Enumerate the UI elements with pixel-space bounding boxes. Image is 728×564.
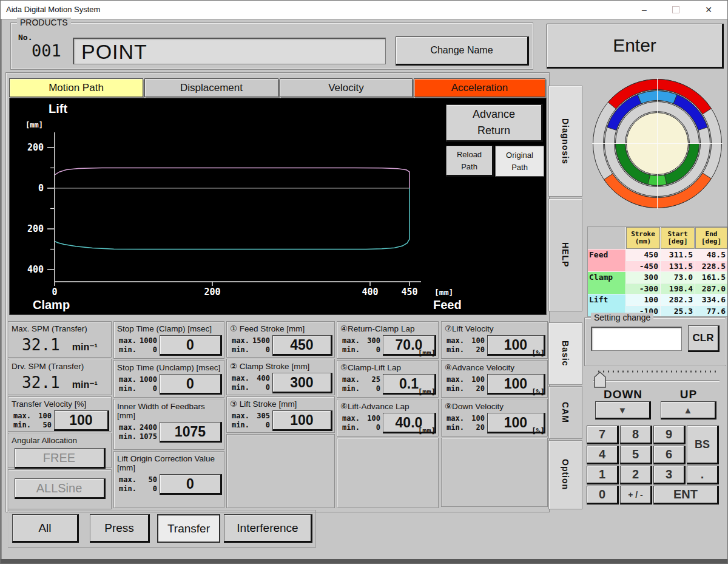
key-7[interactable]: 7: [587, 426, 619, 444]
table-header: End [deg]: [695, 227, 727, 249]
key-plus-minus[interactable]: + / -: [620, 486, 652, 505]
param-value: 32.1: [22, 373, 60, 392]
scope-tab-press[interactable]: Press: [90, 514, 150, 543]
original-path-button[interactable]: Original Path: [495, 146, 544, 177]
table-cell: 131.5: [661, 261, 695, 272]
table-cell: 100: [626, 294, 660, 305]
table-cell: 48.5: [695, 250, 727, 260]
key-bs[interactable]: BS: [687, 426, 719, 464]
param-title: Max. SPM (Transfer): [8, 322, 111, 333]
table-header: Start [deg]: [661, 227, 695, 249]
key-0[interactable]: 0: [587, 486, 619, 505]
window-left-edge: [1, 19, 2, 559]
key-9[interactable]: 9: [653, 426, 686, 444]
reload-path-button[interactable]: Reload Path: [446, 146, 494, 177]
tab-acceleration[interactable]: Acceleration: [414, 78, 545, 97]
param-lift-origin-correction-value-mm: Lift Origin Correction Value [mm]max.50m…: [113, 451, 224, 508]
param-limits: max.100min.20: [443, 375, 485, 393]
param-title: ⑤Clamp-Lift Lap: [337, 361, 438, 372]
param-stop-time-clamp-msec: Stop Time (Clamp) [msec]max.1000min.00: [113, 321, 224, 359]
param-transfer-velocity: Transfer Velocity [%]max.100min.50100: [8, 396, 112, 432]
setting-input[interactable]: [591, 327, 682, 351]
maximize-icon: [672, 6, 679, 13]
key-ent[interactable]: ENT: [653, 486, 719, 505]
tab-cam[interactable]: CAM: [548, 386, 582, 439]
param-unit: [%]: [531, 427, 545, 435]
x-tick-label: 450: [401, 287, 417, 297]
tab-basic[interactable]: Basic: [548, 322, 582, 385]
param-stop-time-unclamp-msec: Stop Time (Unclamp) [msec]max.1000min.00: [113, 360, 224, 398]
param-title: Lift Origin Correction Value [mm]: [114, 452, 224, 472]
up-button[interactable]: ▲: [661, 401, 716, 420]
key-8[interactable]: 8: [620, 426, 652, 444]
key-5[interactable]: 5: [620, 446, 652, 464]
empty-panel: [226, 434, 335, 508]
param-clamp-stroke-mm: ② Clamp Stroke [mm]max.400min.0300: [226, 359, 335, 395]
setting-slider[interactable]: [592, 369, 721, 390]
param-max-spm-transfer: Max. SPM (Transfer)32.1min⁻¹: [8, 321, 112, 358]
param-unit: [mm]: [418, 427, 436, 435]
y-axis-unit: [mm]: [25, 121, 43, 129]
param-title: ⑧Advance Velocity: [442, 361, 547, 372]
key-1[interactable]: 1: [587, 466, 619, 484]
series-advance-path: [55, 168, 410, 189]
y-tick-label: 0: [38, 183, 44, 194]
param-limits: max.400min.0: [229, 374, 270, 392]
tab-option[interactable]: Option: [548, 440, 582, 509]
view-scope-bar: AllPressTransferInterference: [8, 510, 316, 548]
tab-diagnosis[interactable]: Diagnosis: [548, 86, 582, 197]
allsine-button[interactable]: ALLSine: [15, 478, 106, 499]
clr-button[interactable]: CLR: [688, 325, 720, 352]
key-dot[interactable]: .: [687, 466, 719, 484]
key-2[interactable]: 2: [620, 466, 652, 484]
enter-button[interactable]: Enter: [547, 24, 724, 69]
table-cell: 450: [626, 250, 660, 260]
key-4[interactable]: 4: [587, 446, 619, 464]
scope-tab-all[interactable]: All: [12, 514, 79, 543]
products-group: PRODUCTS No. 001 POINT Change Name: [10, 22, 533, 70]
param-limits: max.50min.0: [116, 475, 157, 494]
param-value-button[interactable]: 0: [160, 335, 222, 356]
table-cell: -300: [626, 284, 660, 294]
x-tick-label: 400: [362, 287, 378, 297]
y-tick-label: 200: [27, 223, 44, 234]
table-cell: 228.5: [695, 261, 727, 272]
down-label: DOWN: [595, 388, 651, 401]
tab-velocity[interactable]: Velocity: [280, 78, 413, 97]
param-value-button[interactable]: 300: [272, 373, 332, 393]
x-tick-label: 0: [52, 287, 57, 297]
product-no-label: No.: [18, 33, 32, 42]
down-button[interactable]: ▼: [595, 401, 651, 420]
product-name-field[interactable]: POINT: [73, 38, 386, 64]
tab-help[interactable]: HELP: [548, 199, 582, 311]
maximize-button[interactable]: [663, 2, 689, 17]
y-tick-label: 200: [27, 142, 44, 153]
advance-return-button[interactable]: Advance Return: [446, 104, 543, 142]
change-name-button[interactable]: Change Name: [396, 36, 529, 66]
param-value-button[interactable]: 1075: [160, 422, 222, 443]
tab-motion-path[interactable]: Motion Path: [9, 78, 143, 97]
param-value-button[interactable]: 100: [272, 410, 332, 431]
table-cell: 334.6: [695, 294, 727, 305]
param-limits: max.1000min.0: [116, 336, 157, 355]
setting-change-group: Setting change CLR: [584, 318, 726, 366]
scope-tab-transfer[interactable]: Transfer: [157, 514, 220, 543]
tab-displacement[interactable]: Displacement: [144, 78, 278, 97]
scope-tab-interference[interactable]: Interference: [224, 514, 312, 543]
down-arrow-icon: ▼: [618, 405, 627, 415]
param-value-button[interactable]: 100: [54, 410, 109, 431]
stroke-table: Stroke (mm)Start [deg]End [deg]Feed45031…: [587, 226, 728, 317]
param-value-button[interactable]: 0: [160, 474, 222, 495]
minimize-button[interactable]: –: [632, 2, 657, 17]
free-button[interactable]: FREE: [15, 448, 106, 469]
close-button[interactable]: ✕: [696, 2, 721, 17]
key-3[interactable]: 3: [653, 466, 686, 484]
param-limits: max.25min.0: [339, 375, 380, 393]
param-title: ⑨Down Velocity: [442, 399, 547, 411]
param-value-button[interactable]: 0: [160, 374, 222, 395]
param-title: Transfer Velocity [%]: [8, 397, 111, 409]
param-limits: max.100min.50: [10, 412, 52, 430]
slider-thumb[interactable]: [595, 372, 605, 387]
key-6[interactable]: 6: [653, 446, 686, 464]
param-value-button[interactable]: 450: [272, 335, 332, 356]
